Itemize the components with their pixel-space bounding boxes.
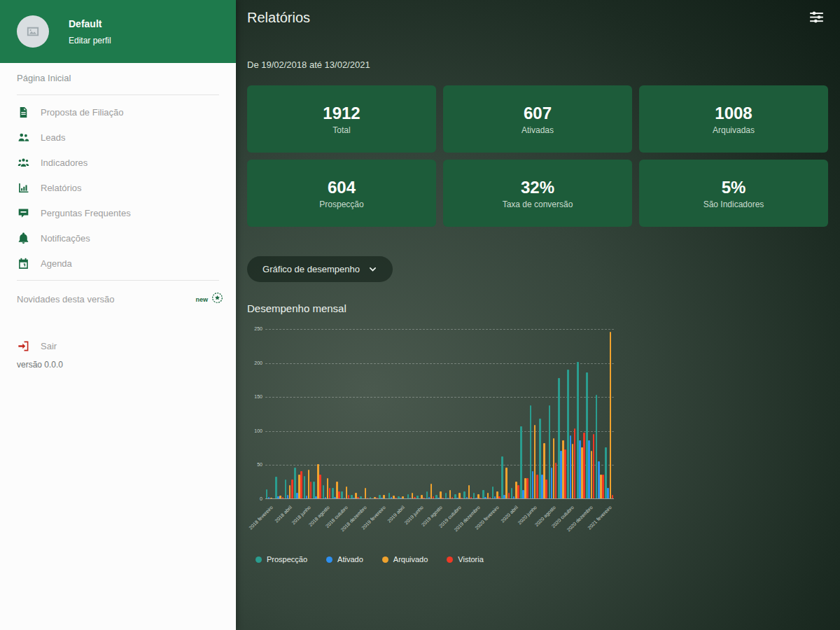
chart-type-dropdown[interactable]: Gráfico de desempenho: [247, 256, 393, 282]
bar-arquivado[interactable]: [572, 444, 574, 498]
bar-ativado[interactable]: [466, 497, 468, 498]
bar-vistoria[interactable]: [583, 433, 585, 498]
bar-vistoria[interactable]: [526, 478, 528, 498]
sidebar-item-agenda[interactable]: Agenda: [0, 251, 236, 276]
bar-ativado[interactable]: [410, 498, 412, 498]
bar-prospeccao[interactable]: [530, 405, 532, 498]
bar-prospeccao[interactable]: [426, 491, 428, 498]
bar-prospeccao[interactable]: [520, 426, 522, 498]
sidebar-item-indicadores[interactable]: Indicadores: [0, 150, 236, 175]
bar-vistoria[interactable]: [508, 493, 510, 498]
bar-arquivado[interactable]: [365, 488, 367, 498]
bar-vistoria[interactable]: [423, 498, 425, 498]
bar-vistoria[interactable]: [282, 497, 284, 498]
bar-vistoria[interactable]: [319, 475, 321, 498]
bar-vistoria[interactable]: [498, 496, 500, 498]
bar-prospeccao[interactable]: [501, 456, 503, 498]
bar-vistoria[interactable]: [593, 434, 595, 498]
bar-vistoria[interactable]: [442, 498, 444, 498]
bar-vistoria[interactable]: [376, 498, 378, 498]
bar-ativado[interactable]: [484, 497, 486, 498]
bar-prospeccao[interactable]: [511, 488, 513, 498]
bar-arquivado[interactable]: [402, 496, 404, 498]
bar-ativado[interactable]: [447, 498, 449, 498]
legend-item-prospeccao[interactable]: Prospecção: [255, 555, 307, 564]
legend-item-ativado[interactable]: Ativado: [326, 555, 363, 564]
bar-arquivado[interactable]: [430, 484, 433, 498]
bar-ativado[interactable]: [570, 435, 572, 498]
bar-vistoria[interactable]: [310, 482, 312, 498]
bar-arquivado[interactable]: [591, 451, 593, 498]
bar-ativado[interactable]: [428, 497, 430, 498]
bar-vistoria[interactable]: [536, 475, 538, 498]
bar-prospeccao[interactable]: [275, 477, 277, 498]
bar-vistoria[interactable]: [338, 491, 340, 498]
bar-ativado[interactable]: [306, 496, 308, 498]
bar-prospeccao[interactable]: [360, 496, 362, 498]
bar-vistoria[interactable]: [612, 495, 614, 498]
bar-ativado[interactable]: [588, 440, 590, 498]
bar-ativado[interactable]: [532, 471, 534, 498]
bar-prospeccao[interactable]: [323, 485, 325, 498]
bar-vistoria[interactable]: [555, 463, 557, 499]
bar-vistoria[interactable]: [574, 428, 576, 498]
bar-vistoria[interactable]: [602, 475, 604, 498]
bar-ativado[interactable]: [344, 498, 346, 498]
sidebar-item-perguntas-frequentes[interactable]: Perguntas Frequentes: [0, 200, 236, 225]
bar-arquivado[interactable]: [487, 493, 489, 498]
sidebar-item-leads[interactable]: Leads: [0, 125, 236, 150]
sidebar-item-pagina-inicial[interactable]: Página Inicial: [0, 63, 236, 90]
bar-prospeccao[interactable]: [463, 491, 465, 498]
bar-prospeccao[interactable]: [567, 370, 569, 498]
profile-header[interactable]: Default Editar perfil: [0, 0, 236, 63]
bar-prospeccao[interactable]: [445, 493, 447, 498]
bar-vistoria[interactable]: [470, 497, 472, 498]
bar-vistoria[interactable]: [300, 471, 302, 498]
sidebar-item-proposta-de-filiacao[interactable]: Proposta de Filiação: [0, 99, 236, 125]
bar-prospeccao[interactable]: [341, 491, 343, 498]
sidebar-item-novidades[interactable]: Novidades desta versão new: [0, 285, 236, 314]
bar-ativado[interactable]: [325, 497, 327, 498]
sidebar-item-notificacoes[interactable]: Notificações: [0, 225, 236, 251]
bar-ativado[interactable]: [551, 468, 553, 498]
bar-prospeccao[interactable]: [370, 497, 372, 498]
bar-vistoria[interactable]: [489, 497, 491, 498]
bar-ativado[interactable]: [287, 495, 289, 498]
bar-vistoria[interactable]: [329, 488, 331, 498]
logout-button[interactable]: Sair: [0, 333, 236, 358]
bar-vistoria[interactable]: [395, 498, 397, 498]
bar-arquivado[interactable]: [553, 438, 555, 499]
legend-item-vistoria[interactable]: Vistoria: [447, 555, 483, 564]
bar-prospeccao[interactable]: [407, 494, 410, 498]
bar-prospeccao[interactable]: [549, 405, 551, 498]
edit-profile-link[interactable]: Editar perfil: [69, 36, 111, 46]
bar-prospeccao[interactable]: [304, 476, 306, 498]
bar-prospeccao[interactable]: [388, 493, 391, 498]
bar-prospeccao[interactable]: [416, 496, 419, 498]
bar-vistoria[interactable]: [564, 449, 566, 498]
bar-vistoria[interactable]: [291, 479, 293, 498]
bar-arquivado[interactable]: [327, 478, 329, 498]
bar-vistoria[interactable]: [433, 496, 435, 498]
bar-vistoria[interactable]: [545, 479, 547, 498]
avatar[interactable]: [17, 15, 49, 48]
bar-arquivado[interactable]: [270, 498, 272, 498]
bar-arquivado[interactable]: [279, 496, 281, 498]
bar-arquivado[interactable]: [610, 332, 612, 498]
bar-vistoria[interactable]: [451, 497, 454, 498]
bar-vistoria[interactable]: [461, 498, 463, 498]
bar-arquivado[interactable]: [468, 485, 470, 498]
bar-arquivado[interactable]: [383, 495, 385, 498]
bar-prospeccao[interactable]: [285, 479, 287, 498]
bar-vistoria[interactable]: [357, 497, 359, 498]
bar-vistoria[interactable]: [517, 485, 519, 498]
bar-arquivado[interactable]: [346, 486, 348, 499]
sidebar-item-relatorios[interactable]: Relatórios: [0, 175, 236, 200]
bar-vistoria[interactable]: [479, 498, 482, 498]
filter-button[interactable]: [809, 10, 826, 27]
bar-vistoria[interactable]: [414, 497, 416, 498]
bar-arquivado[interactable]: [505, 468, 507, 498]
bar-arquivado[interactable]: [449, 490, 451, 498]
bar-vistoria[interactable]: [348, 495, 350, 498]
bar-vistoria[interactable]: [367, 498, 369, 498]
